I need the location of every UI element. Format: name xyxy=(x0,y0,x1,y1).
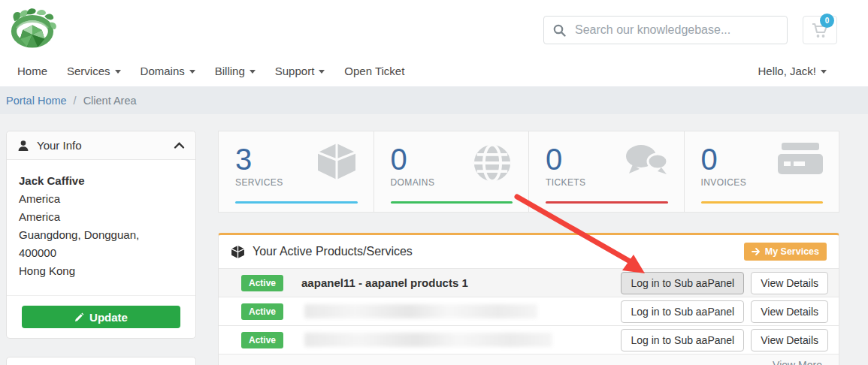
update-label: Update xyxy=(89,311,128,324)
domains-accent-bar xyxy=(391,201,513,204)
nav-item-services[interactable]: Services xyxy=(67,65,121,77)
login-sub-aapanel-button[interactable]: Log in to Sub aaPanel xyxy=(621,272,744,294)
view-details-button[interactable]: View Details xyxy=(751,300,828,323)
address-line: 400000 xyxy=(19,244,183,262)
globe-icon xyxy=(471,142,513,187)
caret-down-icon xyxy=(250,70,256,74)
services-accent-bar xyxy=(235,201,358,204)
content-area: Your Info Jack Caffive America America G… xyxy=(0,114,868,365)
client-name: Jack Caffive xyxy=(19,172,183,190)
login-sub-aapanel-button[interactable]: Log in to Sub aaPanel xyxy=(621,329,744,351)
redacted-product-name xyxy=(304,304,537,318)
aapanel-logo-icon[interactable] xyxy=(6,8,59,54)
tickets-accent-bar xyxy=(546,201,668,204)
nav-item-billing[interactable]: Billing xyxy=(215,65,256,77)
search-icon xyxy=(553,24,566,37)
cart-count-badge: 0 xyxy=(820,14,834,28)
caret-down-icon xyxy=(115,70,121,74)
nav-label: Billing xyxy=(215,65,245,77)
row-actions: Log in to Sub aaPanel View Details xyxy=(621,300,828,323)
stat-card-invoices: 0 INVOICES xyxy=(684,131,839,212)
address-line: Hong Kong xyxy=(19,262,183,280)
update-button[interactable]: Update xyxy=(22,306,180,328)
top-header: 0 xyxy=(0,0,868,60)
user-menu-label: Hello, Jack! xyxy=(758,65,816,77)
redacted-product-name xyxy=(304,333,552,347)
nav-item-home[interactable]: Home xyxy=(17,65,47,77)
breadcrumb: Portal Home / Client Area xyxy=(0,86,868,114)
main-navigation: Home Services Domains Billing Support Op… xyxy=(0,60,868,86)
nav-label: Home xyxy=(17,65,47,77)
your-info-title: Your Info xyxy=(37,139,82,152)
nav-label: Services xyxy=(67,65,110,77)
breadcrumb-current: Client Area xyxy=(83,95,137,107)
invoices-accent-bar xyxy=(701,201,824,204)
product-row: Active Log in to Sub aaPanel View Detail… xyxy=(219,325,839,354)
pencil-icon xyxy=(74,312,84,322)
arrow-right-icon xyxy=(752,247,761,256)
cube-icon xyxy=(315,142,358,184)
invoices-label: INVOICES xyxy=(701,177,823,188)
view-details-button[interactable]: View Details xyxy=(751,272,828,294)
stat-card-domains: 0 DOMAINS xyxy=(374,131,529,212)
active-products-panel: Your Active Products/Services My Service… xyxy=(218,233,839,365)
row-actions: Log in to Sub aaPanel View Details xyxy=(621,329,828,351)
stats-panel: 3 SERVICES 0 DOMAINS xyxy=(218,131,839,213)
my-services-button[interactable]: My Services xyxy=(744,243,827,261)
stat-card-tickets: 0 TICKETS xyxy=(528,131,684,212)
caret-down-icon xyxy=(821,70,827,74)
breadcrumb-portal-home[interactable]: Portal Home xyxy=(6,95,67,107)
chevron-up-icon[interactable] xyxy=(174,141,185,149)
your-info-header[interactable]: Your Info xyxy=(7,131,195,160)
sidebar: Your Info Jack Caffive America America G… xyxy=(6,131,196,365)
products-panel-header: Your Active Products/Services My Service… xyxy=(219,235,839,268)
user-menu[interactable]: Hello, Jack! xyxy=(758,65,827,77)
product-row: Active aapanel11 - aapanel products 1 Lo… xyxy=(219,268,839,297)
products-panel-title: Your Active Products/Services xyxy=(253,245,413,258)
status-badge: Active xyxy=(241,303,283,320)
cube-dark-icon xyxy=(231,245,245,259)
caret-down-icon xyxy=(319,70,325,74)
login-sub-aapanel-button[interactable]: Log in to Sub aaPanel xyxy=(621,300,744,323)
nav-item-open-ticket[interactable]: Open Ticket xyxy=(344,65,404,77)
breadcrumb-separator: / xyxy=(74,95,77,107)
your-info-body: Jack Caffive America America Guangdong, … xyxy=(7,160,195,296)
search-input[interactable] xyxy=(575,23,778,37)
product-row: Active Log in to Sub aaPanel View Detail… xyxy=(219,297,839,325)
nav-item-support[interactable]: Support xyxy=(275,65,325,77)
client-area-page: 0 Home Services Domains Billing Support … xyxy=(0,0,868,365)
my-services-label: My Services xyxy=(765,246,819,257)
status-badge: Active xyxy=(241,332,283,348)
products-panel-footer: View More xyxy=(219,354,839,365)
view-details-button[interactable]: View Details xyxy=(751,329,828,351)
address-line: Guangdong, Dongguan, xyxy=(19,226,183,244)
caret-down-icon xyxy=(189,70,195,74)
nav-label: Support xyxy=(275,65,315,77)
stat-card-services: 3 SERVICES xyxy=(219,131,374,212)
nav-label: Domains xyxy=(141,65,185,77)
credit-card-icon xyxy=(777,142,824,178)
user-icon xyxy=(17,140,29,152)
product-name: aapanel11 - aapanel products 1 xyxy=(301,276,468,289)
knowledgebase-search xyxy=(543,16,788,44)
row-actions: Log in to Sub aaPanel View Details xyxy=(621,272,828,294)
view-more-link[interactable]: View More xyxy=(773,359,822,365)
your-info-panel: Your Info Jack Caffive America America G… xyxy=(6,131,196,339)
status-badge: Active xyxy=(241,275,283,291)
nav-label: Open Ticket xyxy=(344,65,404,77)
next-sidebar-panel xyxy=(6,357,196,365)
main-column: 3 SERVICES 0 DOMAINS xyxy=(218,131,839,365)
cart-button[interactable]: 0 xyxy=(803,16,837,44)
address-line: America xyxy=(19,190,183,208)
your-info-footer: Update xyxy=(7,296,195,338)
nav-item-domains[interactable]: Domains xyxy=(141,65,195,77)
address-line: America xyxy=(19,208,183,226)
comments-icon xyxy=(624,142,669,182)
